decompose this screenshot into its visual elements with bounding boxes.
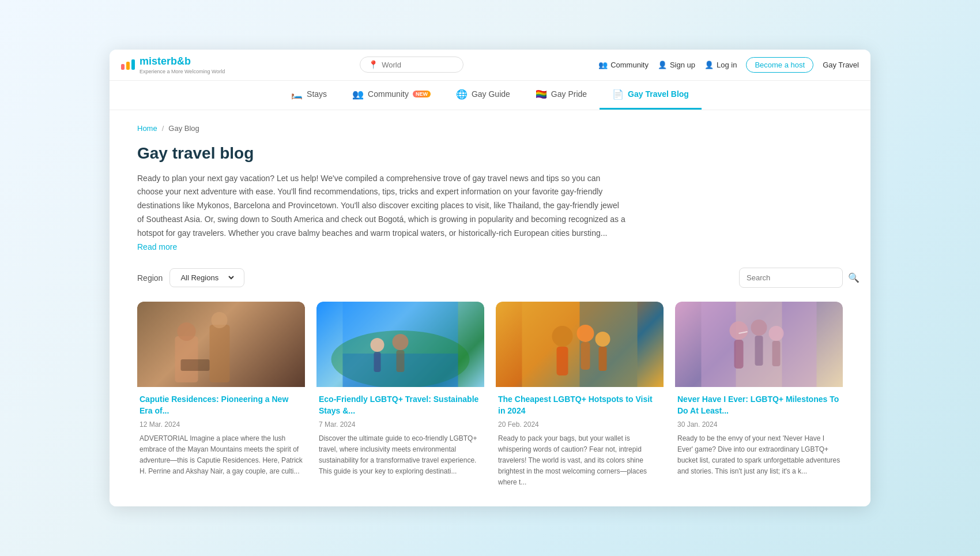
gay-travel-blog-icon: 📄 bbox=[612, 89, 624, 100]
community-tab-icon: 👥 bbox=[352, 89, 364, 100]
gay-pride-icon: 🏳️‍🌈 bbox=[536, 89, 547, 100]
top-nav-right: 👥 Community 👤 Sign up 👤 Log in Become a … bbox=[598, 57, 859, 73]
svg-rect-25 bbox=[755, 336, 763, 366]
svg-rect-27 bbox=[772, 341, 781, 366]
read-more-link[interactable]: Read more bbox=[137, 242, 177, 251]
stays-icon: 🛏️ bbox=[291, 89, 303, 100]
content-area: Home / Gay Blog Gay travel blog Ready to… bbox=[110, 110, 870, 507]
region-select-wrapper[interactable]: All Regions Europe Americas Asia Africa … bbox=[169, 268, 244, 287]
community-badge: NEW bbox=[413, 91, 431, 97]
gay-travel-nav[interactable]: Gay Travel bbox=[823, 61, 859, 69]
svg-rect-15 bbox=[557, 347, 568, 375]
article-excerpt-1: ADVERTORIAL Imagine a place where the lu… bbox=[140, 433, 303, 478]
svg-rect-19 bbox=[599, 347, 607, 371]
article-card-4[interactable]: Never Have I Ever: LGBTQ+ Milestones To … bbox=[675, 302, 843, 488]
breadcrumb-separator: / bbox=[162, 124, 164, 133]
article-date-1: 12 Mar. 2024 bbox=[140, 420, 303, 429]
article-body-2: Eco-Friendly LGBTQ+ Travel: Sustainable … bbox=[316, 387, 484, 477]
article-title-1: Caputie Residences: Pioneering a New Era… bbox=[140, 394, 303, 416]
header-search-input[interactable] bbox=[382, 61, 455, 69]
article-search-button[interactable]: 🔍 bbox=[848, 272, 860, 283]
tab-community[interactable]: 👥 Community NEW bbox=[340, 81, 443, 110]
article-card-1[interactable]: Caputie Residences: Pioneering a New Era… bbox=[137, 302, 305, 488]
logo-bar-3 bbox=[131, 59, 135, 70]
tab-community-label: Community bbox=[368, 89, 409, 99]
login-nav-item[interactable]: 👤 Log in bbox=[704, 61, 737, 69]
logo-text: misterb&b bbox=[140, 55, 225, 67]
article-title-2: Eco-Friendly LGBTQ+ Travel: Sustainable … bbox=[319, 394, 482, 416]
logo-text-area: misterb&b Experience a More Welcoming Wo… bbox=[140, 55, 225, 74]
filter-bar: Region All Regions Europe Americas Asia … bbox=[137, 268, 843, 288]
main-nav: 🛏️ Stays 👥 Community NEW 🌐 Gay Guide 🏳️‍… bbox=[110, 81, 870, 110]
page-description: Ready to plan your next gay vacation? Le… bbox=[137, 172, 627, 254]
tab-stays-label: Stays bbox=[307, 89, 327, 99]
breadcrumb-current: Gay Blog bbox=[168, 124, 199, 133]
article-date-3: 20 Feb. 2024 bbox=[498, 420, 661, 429]
svg-point-22 bbox=[730, 321, 748, 340]
svg-point-24 bbox=[751, 320, 767, 336]
article-excerpt-4: Ready to be the envy of your next 'Never… bbox=[677, 433, 840, 478]
tab-gay-travel-blog[interactable]: 📄 Gay Travel Blog bbox=[600, 81, 702, 110]
svg-rect-9 bbox=[374, 352, 381, 372]
tab-gay-travel-blog-label: Gay Travel Blog bbox=[628, 89, 689, 99]
logo-bar-1 bbox=[121, 64, 125, 70]
svg-point-26 bbox=[769, 326, 784, 341]
login-label: Log in bbox=[717, 61, 737, 69]
community-icon: 👥 bbox=[598, 61, 608, 69]
location-pin-icon: 📍 bbox=[368, 60, 378, 69]
svg-point-3 bbox=[212, 312, 228, 328]
article-date-2: 7 Mar. 2024 bbox=[319, 420, 482, 429]
article-search-input[interactable] bbox=[747, 273, 843, 282]
browser-window: misterb&b Experience a More Welcoming Wo… bbox=[110, 50, 870, 507]
become-host-button[interactable]: Become a host bbox=[746, 57, 813, 73]
svg-rect-2 bbox=[210, 325, 230, 382]
page-title: Gay travel blog bbox=[137, 144, 843, 163]
tab-gay-guide[interactable]: 🌐 Gay Guide bbox=[443, 81, 523, 110]
svg-point-8 bbox=[371, 338, 385, 352]
logo-area: misterb&b Experience a More Welcoming Wo… bbox=[121, 55, 225, 74]
community-nav-item[interactable]: 👥 Community bbox=[598, 61, 649, 69]
page-description-text: Ready to plan your next gay vacation? Le… bbox=[137, 174, 625, 238]
img-content-4 bbox=[675, 302, 843, 387]
article-title-4: Never Have I Ever: LGBTQ+ Milestones To … bbox=[677, 394, 840, 416]
article-title-3: The Cheapest LGBTQ+ Hotspots to Visit in… bbox=[498, 394, 661, 416]
region-select[interactable]: All Regions Europe Americas Asia Africa … bbox=[178, 273, 236, 283]
article-search-bar[interactable]: 🔍 bbox=[739, 268, 843, 288]
header-search-bar[interactable]: 📍 bbox=[360, 57, 463, 73]
logo-tagline: Experience a More Welcoming World bbox=[140, 69, 225, 74]
svg-rect-11 bbox=[397, 350, 405, 372]
svg-point-16 bbox=[577, 325, 594, 342]
community-label: Community bbox=[610, 61, 649, 69]
signup-label: Sign up bbox=[670, 61, 695, 69]
img-content-2 bbox=[316, 302, 484, 387]
img-content-1 bbox=[137, 302, 305, 387]
tab-gay-pride-label: Gay Pride bbox=[551, 89, 587, 99]
breadcrumb: Home / Gay Blog bbox=[137, 124, 843, 133]
article-excerpt-2: Discover the ultimate guide to eco-frien… bbox=[319, 433, 482, 478]
gay-guide-icon: 🌐 bbox=[456, 89, 468, 100]
article-body-4: Never Have I Ever: LGBTQ+ Milestones To … bbox=[675, 387, 843, 477]
svg-rect-4 bbox=[181, 359, 210, 371]
tab-gay-pride[interactable]: 🏳️‍🌈 Gay Pride bbox=[523, 81, 600, 110]
region-label: Region bbox=[137, 273, 163, 283]
svg-point-18 bbox=[595, 332, 610, 347]
signup-nav-item[interactable]: 👤 Sign up bbox=[658, 61, 695, 69]
svg-point-1 bbox=[178, 322, 196, 341]
article-image-1 bbox=[137, 302, 305, 387]
svg-point-10 bbox=[393, 334, 409, 350]
article-date-4: 30 Jan. 2024 bbox=[677, 420, 840, 429]
svg-rect-17 bbox=[581, 342, 590, 370]
breadcrumb-home[interactable]: Home bbox=[137, 124, 157, 133]
article-body-1: Caputie Residences: Pioneering a New Era… bbox=[137, 387, 305, 477]
article-card-2[interactable]: Eco-Friendly LGBTQ+ Travel: Sustainable … bbox=[316, 302, 484, 488]
svg-point-14 bbox=[552, 326, 573, 347]
article-card-3[interactable]: The Cheapest LGBTQ+ Hotspots to Visit in… bbox=[496, 302, 664, 488]
article-image-2 bbox=[316, 302, 484, 387]
svg-rect-23 bbox=[734, 340, 744, 369]
logo-icon bbox=[121, 59, 135, 70]
article-excerpt-3: Ready to pack your bags, but your wallet… bbox=[498, 433, 661, 489]
filter-left: Region All Regions Europe Americas Asia … bbox=[137, 268, 244, 287]
logo-bar-2 bbox=[126, 62, 130, 70]
articles-grid: Caputie Residences: Pioneering a New Era… bbox=[137, 302, 843, 488]
tab-stays[interactable]: 🛏️ Stays bbox=[278, 81, 340, 110]
